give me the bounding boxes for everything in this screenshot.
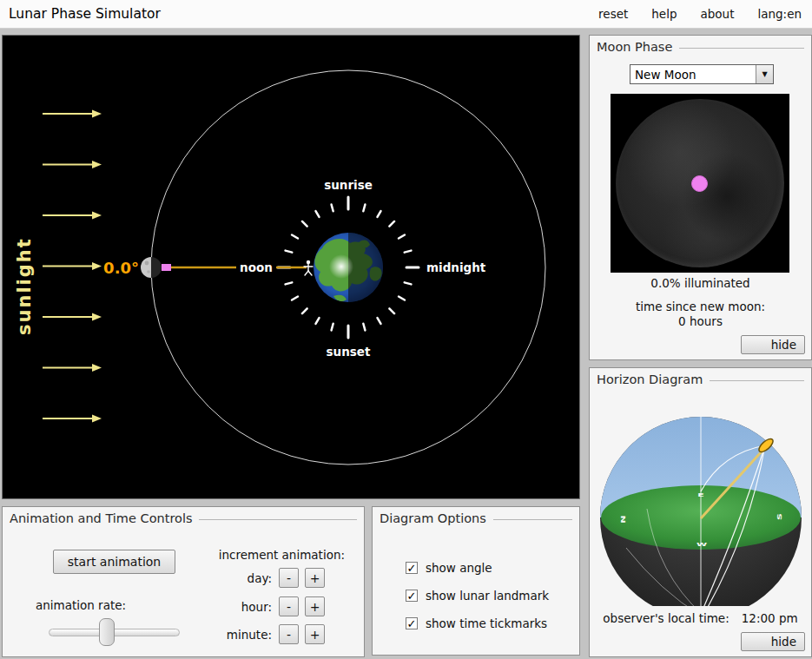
show-angle-checkbox[interactable]: ✓ xyxy=(406,562,418,574)
menu-help[interactable]: help xyxy=(651,7,677,21)
minute-minus-button[interactable]: - xyxy=(279,624,299,644)
minute-plus-button[interactable]: + xyxy=(305,624,325,644)
animation-rate-label: animation rate: xyxy=(29,598,133,612)
compass-south: S xyxy=(776,513,782,520)
horizon-hide-button[interactable]: hide xyxy=(741,632,805,651)
header-menu: reset help about lang:en xyxy=(598,7,812,21)
local-time-value: 12:00 pm xyxy=(742,611,798,625)
menu-reset[interactable]: reset xyxy=(598,7,628,21)
option-show-angle[interactable]: ✓ show angle xyxy=(406,561,492,575)
compass-north: N xyxy=(620,515,626,523)
title-divider xyxy=(199,519,357,520)
orbit-diagram-canvas[interactable]: sunlight sunrise midnight sunset noon xyxy=(2,35,580,499)
animation-title: Animation and Time Controls xyxy=(10,511,192,525)
sunlight-label: sunlight xyxy=(14,237,35,335)
time-since-value: 0 hours xyxy=(590,314,811,328)
dropdown-arrow-icon[interactable]: ▼ xyxy=(756,65,773,83)
show-angle-label: show angle xyxy=(426,561,492,575)
menu-lang[interactable]: lang:en xyxy=(757,7,802,21)
show-lunar-landmark-label: show lunar landmark xyxy=(426,589,549,603)
option-show-time-tickmarks[interactable]: ✓ show time tickmarks xyxy=(406,616,547,630)
horizon-title: Horizon Diagram xyxy=(597,372,703,386)
lunar-landmark xyxy=(162,264,171,271)
options-panel: Diagram Options ✓ show angle ✓ show luna… xyxy=(372,506,580,656)
hour-minus-button[interactable]: - xyxy=(279,596,299,616)
title-divider xyxy=(710,380,804,381)
sunlight-arrows xyxy=(43,110,102,423)
moon-phase-title: Moon Phase xyxy=(597,40,672,54)
options-title: Diagram Options xyxy=(380,511,486,525)
title-divider xyxy=(679,48,804,49)
moon-landmark-dot xyxy=(691,175,708,192)
time-since-label: time since new moon: xyxy=(590,300,811,313)
moon-phase-hide-button[interactable]: hide xyxy=(741,335,805,354)
day-plus-button[interactable]: + xyxy=(305,568,325,588)
illuminated-text: 0.0% illuminated xyxy=(590,276,811,290)
label-midnight: midnight xyxy=(426,260,486,274)
local-time-label: observer's local time: xyxy=(603,611,729,625)
show-time-tickmarks-checkbox[interactable]: ✓ xyxy=(406,617,418,629)
animation-rate-slider-thumb[interactable] xyxy=(99,618,115,646)
label-noon: noon xyxy=(240,260,273,274)
horizon-diagram: N E S W xyxy=(590,387,811,606)
horizon-panel: Horizon Diagram xyxy=(589,367,812,657)
moon[interactable] xyxy=(141,257,171,278)
moon-phase-image xyxy=(611,94,789,273)
option-show-lunar-landmark[interactable]: ✓ show lunar landmark xyxy=(406,589,549,603)
compass-east: E xyxy=(697,492,704,498)
phase-dropdown[interactable]: New Moon ▼ xyxy=(630,64,774,84)
show-time-tickmarks-label: show time tickmarks xyxy=(426,616,547,630)
label-sunset: sunset xyxy=(327,345,371,359)
earth xyxy=(314,227,387,309)
menu-about[interactable]: about xyxy=(700,7,734,21)
increment-minute-label: minute: xyxy=(185,628,272,642)
hour-plus-button[interactable]: + xyxy=(305,596,325,616)
angle-value: 0.0° xyxy=(103,259,139,277)
app-header: Lunar Phase Simulator reset help about l… xyxy=(0,0,812,29)
animation-panel: Animation and Time Controls start animat… xyxy=(2,506,365,657)
show-lunar-landmark-checkbox[interactable]: ✓ xyxy=(406,590,418,602)
orbit-diagram: sunlight sunrise midnight sunset noon xyxy=(3,36,579,498)
increment-hour-label: hour: xyxy=(185,600,272,614)
start-animation-button[interactable]: start animation xyxy=(53,550,175,574)
app-title: Lunar Phase Simulator xyxy=(9,6,161,22)
moon-phase-panel: Moon Phase New Moon ▼ 0.0% illuminated t… xyxy=(589,35,812,360)
phase-dropdown-value: New Moon xyxy=(630,68,756,82)
increment-animation-label: increment animation: xyxy=(219,548,345,562)
title-divider xyxy=(493,519,572,520)
compass-west: W xyxy=(696,542,708,547)
label-sunrise: sunrise xyxy=(324,178,373,192)
increment-day-label: day: xyxy=(185,571,272,585)
day-minus-button[interactable]: - xyxy=(279,568,299,588)
